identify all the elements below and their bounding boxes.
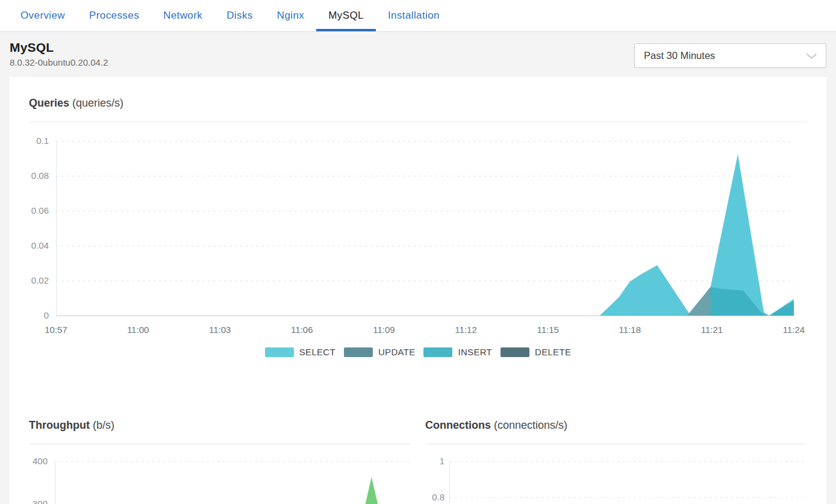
chart-unit-text: (queries/s): [72, 97, 123, 109]
legend-swatch-update: [344, 347, 373, 357]
x-axis-label: 11:18: [619, 325, 641, 335]
chart-title-text: Throughput: [29, 419, 90, 431]
y-axis-label: 400: [33, 456, 48, 466]
x-axis-label: 11:24: [783, 325, 805, 335]
x-axis-label: 10:57: [45, 325, 67, 335]
bottom-charts-row: Throughput (b/s) 400300 Connections (con…: [29, 399, 807, 504]
tab-network[interactable]: Network: [151, 0, 214, 31]
legend-item-select: SELECT: [265, 347, 335, 357]
y-axis-label: 0.1: [36, 135, 49, 146]
legend-swatch-insert: [423, 347, 452, 357]
y-axis-label: 0: [44, 310, 49, 320]
queries-chart-section: Queries (queries/s) 0.10.080.060.040.020…: [29, 77, 807, 357]
y-axis-label: 0.08: [31, 170, 49, 181]
legend-label: DELETE: [535, 347, 571, 357]
x-axis-label: 11:00: [127, 325, 149, 335]
x-axis-label: 11:15: [537, 325, 558, 335]
queries-chart-plot: 0.10.080.060.040.02010:5711:0011:0311:06…: [29, 127, 806, 341]
legend-item-insert: INSERT: [423, 347, 492, 357]
page-header: MySQL 8.0.32-0ubuntu0.20.04.2 Past 30 Mi…: [0, 32, 836, 77]
time-range-select[interactable]: Past 30 Minutes: [634, 43, 826, 68]
tab-bar: OverviewProcessesNetworkDisksNginxMySQLI…: [0, 0, 836, 32]
throughput-chart-plot: 400300: [29, 449, 410, 504]
queries-chart-title: Queries (queries/s): [29, 77, 807, 122]
chart-unit-text: (connections/s): [494, 419, 567, 431]
connections-chart-plot: 10.8: [425, 449, 806, 504]
tab-installation[interactable]: Installation: [376, 0, 452, 31]
legend-swatch-delete: [501, 347, 529, 357]
throughput-chart-section: Throughput (b/s) 400300: [29, 399, 411, 504]
x-axis-label: 11:09: [373, 325, 395, 335]
tab-overview[interactable]: Overview: [8, 0, 77, 31]
legend-swatch-select: [265, 347, 294, 357]
x-axis-label: 11:21: [701, 325, 723, 335]
tab-mysql[interactable]: MySQL: [316, 0, 376, 31]
y-axis-label: 0.02: [31, 275, 49, 285]
chevron-down-icon: [806, 53, 817, 59]
throughput-chart-title: Throughput (b/s): [29, 399, 411, 444]
y-axis-label: 0.8: [432, 492, 445, 502]
legend-label: SELECT: [299, 347, 335, 357]
tab-nginx[interactable]: Nginx: [265, 0, 316, 31]
legend-item-update: UPDATE: [344, 347, 416, 357]
y-axis-label: 0.04: [31, 240, 49, 250]
y-axis-label: 1: [440, 456, 445, 466]
y-axis-label: 300: [33, 499, 48, 504]
x-axis-label: 11:06: [291, 325, 313, 335]
y-axis-label: 0.06: [31, 205, 49, 216]
series-area: [55, 477, 410, 504]
queries-chart-legend: SELECTUPDATEINSERTDELETE: [29, 347, 807, 357]
time-range-value: Past 30 Minutes: [644, 50, 715, 61]
legend-label: UPDATE: [378, 347, 416, 357]
x-axis-label: 11:03: [209, 325, 231, 335]
series-update: [687, 287, 711, 316]
chart-title-text: Connections: [425, 419, 491, 431]
series-select: [56, 154, 794, 316]
legend-label: INSERT: [458, 347, 492, 357]
tab-disks[interactable]: Disks: [214, 0, 265, 31]
x-axis-label: 11:12: [455, 325, 476, 335]
chart-title-text: Queries: [29, 97, 69, 109]
tab-processes[interactable]: Processes: [77, 0, 151, 31]
charts-card: Queries (queries/s) 0.10.080.060.040.020…: [10, 77, 826, 504]
legend-item-delete: DELETE: [501, 347, 571, 357]
chart-unit-text: (b/s): [93, 419, 114, 431]
connections-chart-section: Connections (connections/s) 10.8: [425, 399, 807, 504]
connections-chart-title: Connections (connections/s): [425, 399, 807, 444]
